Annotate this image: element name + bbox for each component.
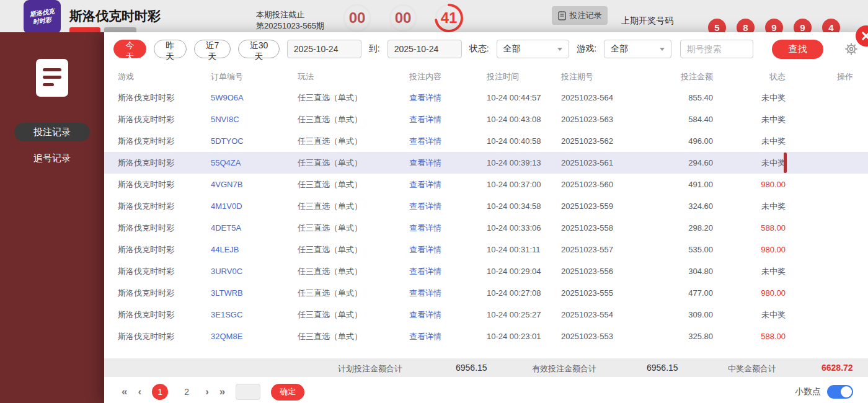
table-row[interactable]: 斯洛伐克时时彩 55Q4ZA 任三直选（单式） 查看详情 10-24 00:39… bbox=[104, 152, 868, 174]
header-time: 投注时间 bbox=[487, 71, 561, 82]
view-details-link[interactable]: 查看详情 bbox=[409, 288, 487, 299]
view-details-link[interactable]: 查看详情 bbox=[409, 331, 487, 342]
view-details-link[interactable]: 查看详情 bbox=[409, 201, 487, 212]
filter-last7days-button[interactable]: 近7天 bbox=[194, 40, 231, 58]
filter-last30days-button[interactable]: 近30天 bbox=[238, 40, 280, 58]
first-page-button[interactable]: « bbox=[122, 386, 127, 398]
order-id-link[interactable]: 55Q4ZA bbox=[211, 158, 298, 167]
cell-game: 斯洛伐克时时彩 bbox=[118, 223, 211, 234]
order-id-link[interactable]: 3E1SGC bbox=[211, 310, 298, 319]
cell-period: 20251023-562 bbox=[561, 136, 645, 146]
table-row[interactable]: 斯洛伐克时时彩 5DTYOC 任三直选（单式） 查看详情 10-24 00:40… bbox=[104, 130, 868, 152]
cell-play-type: 任三直选（单式） bbox=[298, 244, 409, 255]
cell-bet-time: 10-24 00:37:00 bbox=[487, 180, 561, 189]
cell-play-type: 任三直选（单式） bbox=[298, 223, 409, 234]
period-search-input[interactable] bbox=[680, 40, 753, 58]
cell-amount: 325.80 bbox=[645, 332, 713, 341]
decimal-label: 小数点 bbox=[795, 386, 821, 397]
header-play: 玩法 bbox=[298, 71, 409, 82]
table-row[interactable]: 斯洛伐克时时彩 4DET5A 任三直选（单式） 查看详情 10-24 00:33… bbox=[104, 217, 868, 239]
next-page-button[interactable]: › bbox=[205, 386, 209, 398]
cell-bet-time: 10-24 00:33:06 bbox=[487, 223, 561, 232]
last-page-button[interactable]: » bbox=[219, 386, 225, 398]
cell-game: 斯洛伐克时时彩 bbox=[118, 201, 211, 212]
cell-play-type: 任三直选（单式） bbox=[298, 201, 409, 212]
filter-today-button[interactable]: 今天 bbox=[113, 40, 146, 58]
cell-play-type: 任三直选（单式） bbox=[298, 331, 409, 342]
plan-total-label: 计划投注金额合计 bbox=[338, 363, 402, 374]
search-button[interactable]: 查找 bbox=[772, 40, 823, 59]
header-period: 投注期号 bbox=[561, 71, 645, 82]
order-id-link[interactable]: 4VGN7B bbox=[211, 180, 298, 189]
game-select-value: 全部 bbox=[611, 43, 628, 55]
order-id-link[interactable]: 32QM8E bbox=[211, 332, 298, 341]
view-details-link[interactable]: 查看详情 bbox=[409, 223, 487, 234]
table-row[interactable]: 斯洛伐克时时彩 3URV0C 任三直选（单式） 查看详情 10-24 00:29… bbox=[104, 260, 868, 282]
cell-status: 980.00 bbox=[713, 288, 786, 298]
page-1-button[interactable]: 1 bbox=[152, 384, 168, 400]
cell-amount: 855.40 bbox=[645, 93, 713, 102]
order-id-link[interactable]: 5NVI8C bbox=[211, 115, 298, 124]
confirm-button[interactable]: 确定 bbox=[271, 384, 304, 401]
cell-game: 斯洛伐克时时彩 bbox=[118, 136, 211, 147]
cell-amount: 477.00 bbox=[645, 288, 713, 298]
filter-yesterday-button[interactable]: 昨天 bbox=[154, 40, 187, 58]
settings-gear-icon[interactable] bbox=[844, 42, 858, 56]
decimal-toggle[interactable] bbox=[827, 385, 853, 399]
header-content: 投注内容 bbox=[409, 71, 487, 82]
cell-play-type: 任三直选（单式） bbox=[298, 114, 409, 125]
game-select[interactable]: 全部 bbox=[604, 40, 671, 58]
cell-period: 20251023-561 bbox=[561, 158, 645, 167]
cell-game: 斯洛伐克时时彩 bbox=[118, 266, 211, 277]
table-row[interactable]: 斯洛伐克时时彩 5W9O6A 任三直选（单式） 查看详情 10-24 00:44… bbox=[104, 87, 868, 108]
view-details-link[interactable]: 查看详情 bbox=[409, 309, 487, 321]
cell-period: 20251023-560 bbox=[561, 180, 645, 189]
plan-total-value: 6956.15 bbox=[456, 363, 487, 373]
view-details-link[interactable]: 查看详情 bbox=[409, 244, 487, 255]
records-document-icon bbox=[34, 58, 70, 98]
order-id-link[interactable]: 4M1V0D bbox=[211, 202, 298, 211]
cell-status: 未中奖 bbox=[713, 201, 786, 212]
prev-page-button[interactable]: ‹ bbox=[138, 386, 141, 398]
order-id-link[interactable]: 5W9O6A bbox=[211, 93, 298, 102]
table-row[interactable]: 斯洛伐克时时彩 4M1V0D 任三直选（单式） 查看详情 10-24 00:34… bbox=[104, 195, 868, 217]
sidebar-item-bet-records[interactable]: 投注记录 bbox=[14, 123, 90, 141]
table-row[interactable]: 斯洛伐克时时彩 44LEJB 任三直选（单式） 查看详情 10-24 00:31… bbox=[104, 239, 868, 260]
date-to-input[interactable] bbox=[388, 40, 462, 58]
table-row[interactable]: 斯洛伐克时时彩 4VGN7B 任三直选（单式） 查看详情 10-24 00:37… bbox=[104, 174, 868, 195]
cell-period: 20251023-555 bbox=[561, 288, 645, 298]
order-id-link[interactable]: 3URV0C bbox=[211, 267, 298, 276]
sidebar-item-chase-records[interactable]: 追号记录 bbox=[0, 153, 104, 164]
countdown: 00 00 41 bbox=[342, 3, 464, 33]
cell-amount: 304.80 bbox=[645, 267, 713, 276]
page-2-button[interactable]: 2 bbox=[179, 384, 195, 400]
cell-bet-time: 10-24 00:40:58 bbox=[487, 136, 561, 146]
view-details-link[interactable]: 查看详情 bbox=[409, 136, 487, 147]
view-details-link[interactable]: 查看详情 bbox=[409, 92, 487, 104]
view-details-link[interactable]: 查看详情 bbox=[409, 266, 487, 277]
order-id-link[interactable]: 5DTYOC bbox=[211, 136, 298, 146]
order-id-link[interactable]: 4DET5A bbox=[211, 223, 298, 232]
cell-play-type: 任三直选（单式） bbox=[298, 288, 409, 299]
cell-period: 20251023-563 bbox=[561, 115, 645, 124]
order-id-link[interactable]: 3LTWRB bbox=[211, 288, 298, 298]
pagination: « ‹ 1 2 › » 确定 小数点 bbox=[122, 381, 858, 403]
view-details-link[interactable]: 查看详情 bbox=[409, 179, 487, 190]
filter-bar: 今天 昨天 近7天 近30天 到: 状态: 全部 游戏: 全部 查找 bbox=[113, 38, 858, 60]
table-scrollbar-thumb[interactable] bbox=[784, 153, 787, 173]
date-from-input[interactable] bbox=[287, 40, 361, 58]
table-header: 游戏 订单编号 玩法 投注内容 投注时间 投注期号 投注金额 状态 操作 bbox=[104, 67, 868, 87]
bet-records-button[interactable]: 投注记录 bbox=[552, 6, 608, 25]
page-jump-input[interactable] bbox=[236, 384, 260, 400]
view-details-link[interactable]: 查看详情 bbox=[409, 157, 487, 169]
countdown-minutes-1: 00 bbox=[342, 3, 372, 33]
table-row[interactable]: 斯洛伐克时时彩 5NVI8C 任三直选（单式） 查看详情 10-24 00:43… bbox=[104, 108, 868, 130]
order-id-link[interactable]: 44LEJB bbox=[211, 245, 298, 254]
status-select[interactable]: 全部 bbox=[497, 40, 570, 58]
view-details-link[interactable]: 查看详情 bbox=[409, 114, 487, 125]
cell-status: 980.00 bbox=[713, 180, 786, 189]
table-row[interactable]: 斯洛伐克时时彩 3LTWRB 任三直选（单式） 查看详情 10-24 00:27… bbox=[104, 282, 868, 304]
table-row[interactable]: 斯洛伐克时时彩 3E1SGC 任三直选（单式） 查看详情 10-24 00:25… bbox=[104, 304, 868, 326]
cell-status: 588.00 bbox=[713, 332, 786, 341]
table-row[interactable]: 斯洛伐克时时彩 32QM8E 任三直选（单式） 查看详情 10-24 00:23… bbox=[104, 326, 868, 347]
